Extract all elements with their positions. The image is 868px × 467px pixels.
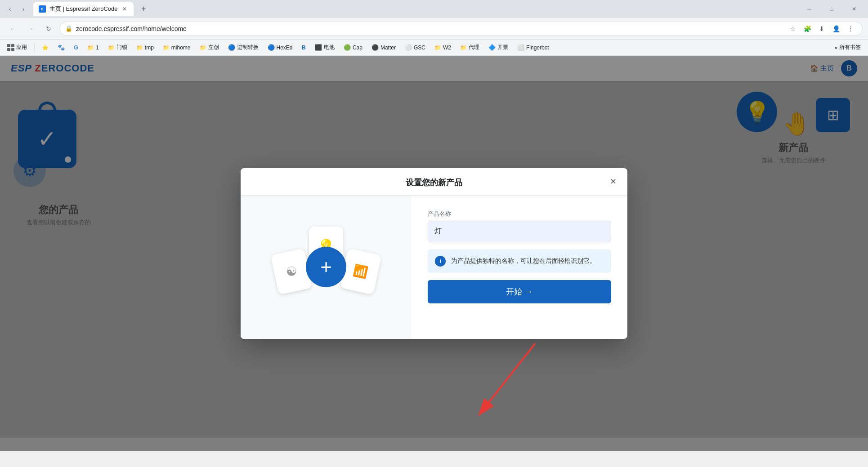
bookmark-maxthon[interactable]: 🐾	[54, 42, 68, 53]
bookmark-proxy-label: 代理	[469, 44, 479, 51]
apps-label: 应用	[16, 44, 27, 51]
folder-icon-3: 📁	[136, 44, 143, 51]
product-icon-wifi-card: 📶	[340, 248, 381, 295]
bookmark-item[interactable]: ⭐	[38, 42, 52, 53]
bookmark-cap[interactable]: 🟢 Cap	[340, 42, 366, 53]
bookmark-w2[interactable]: 📁 W2	[431, 42, 455, 53]
bookmark-proxy[interactable]: 📁 代理	[456, 42, 483, 53]
tab-close-btn[interactable]: ✕	[121, 5, 128, 13]
info-text: 为产品提供独特的名称，可让您在后面轻松识别它。	[451, 257, 596, 265]
bookmark-google[interactable]: G	[70, 42, 82, 53]
active-tab[interactable]: E 主页 | Espressif ZeroCode ✕	[33, 2, 134, 16]
address-bar: ← → ↻ 🔒 zerocode.espressif.com/home/welc…	[0, 18, 868, 40]
bookmark-battery[interactable]: ⬛ 电池	[311, 42, 338, 53]
tab-next-btn[interactable]: ›	[17, 3, 30, 15]
apps-grid-icon	[7, 44, 14, 51]
bookmark-fingerbot[interactable]: ⬜ Fingerbot	[514, 42, 553, 53]
forward-btn[interactable]: →	[23, 22, 38, 36]
info-icon: i	[435, 256, 446, 267]
modal: 设置您的新产品 ✕ 💡 ☯	[241, 168, 627, 339]
all-bookmarks-label: 所有书签	[839, 44, 861, 51]
bookmark-tmp[interactable]: 📁 tmp	[133, 42, 157, 53]
bookmark-converter[interactable]: 🔵 进制转换	[224, 42, 262, 53]
bookmark-doorlock[interactable]: 📁 门锁	[104, 42, 131, 53]
bookmark-icon: ⭐	[42, 44, 49, 51]
download-btn[interactable]: ⬇	[815, 22, 828, 35]
new-tab-btn[interactable]: +	[137, 3, 150, 15]
all-bookmarks-icon: »	[834, 44, 837, 51]
menu-btn[interactable]: ⋮	[844, 22, 857, 35]
bookmark-hexed-label: HexEd	[277, 44, 293, 51]
start-btn[interactable]: 开始 →	[428, 280, 611, 303]
bookmark-folder-1[interactable]: 📁 1	[84, 42, 103, 53]
extensions-btn[interactable]: 🧩	[801, 22, 814, 35]
bookmark-g-icon: G	[74, 44, 78, 51]
link-icon-1: 🔵	[228, 44, 235, 51]
address-text: zerocode.espressif.com/home/welcome	[76, 25, 783, 32]
bookmark-tmp-label: tmp	[145, 44, 154, 51]
bookmark-fingerbot-label: Fingerbot	[526, 44, 549, 51]
bookmark-b[interactable]: B	[298, 42, 309, 53]
modal-header: 设置您的新产品 ✕	[241, 168, 627, 196]
bookmark-mihome[interactable]: 📁 mihome	[159, 42, 194, 53]
link-icon-2: 🔵	[268, 44, 275, 51]
link-icon-3: B	[302, 44, 306, 51]
arrow-annotation	[463, 334, 544, 424]
link-icon-6: ⚫	[371, 44, 379, 51]
bookmark-mihome-label: mihome	[171, 44, 191, 51]
bookmark-gsc[interactable]: ⚪ GSC	[401, 42, 429, 53]
bookmarks-divider	[34, 43, 35, 52]
bookmark-battery-label: 电池	[324, 44, 335, 51]
bookmark-mx-icon: 🐾	[58, 44, 65, 51]
bookmark-invoice[interactable]: 🔷 开票	[485, 42, 512, 53]
folder-icon-2: 📁	[108, 44, 115, 51]
bookmark-w2-label: W2	[443, 44, 451, 51]
folder-icon-7: 📁	[460, 44, 467, 51]
product-name-label: 产品名称	[428, 210, 611, 218]
link-icon-8: 🔷	[488, 44, 496, 51]
tab-title: 主页 | Espressif ZeroCode	[49, 5, 117, 13]
folder-icon-6: 📁	[434, 44, 441, 51]
title-bar: ‹ › E 主页 | Espressif ZeroCode ✕ + ─ □ ✕	[0, 0, 868, 18]
bookmark-star-btn[interactable]: ☆	[787, 22, 799, 35]
folder-icon-4: 📁	[163, 44, 170, 51]
bookmark-converter-label: 进制转换	[237, 44, 259, 51]
bookmark-doorlock-label: 门锁	[116, 44, 127, 51]
product-icons: 💡 ☯ 📶 +	[272, 222, 380, 312]
link-icon-7: ⚪	[405, 44, 412, 51]
product-add-btn[interactable]: +	[306, 247, 346, 287]
maximize-btn[interactable]: □	[821, 2, 842, 16]
address-icons: ☆ 🧩 ⬇ 👤 ⋮	[787, 22, 857, 35]
link-icon-4: ⬛	[315, 44, 322, 51]
bookmark-lichuang-label: 立创	[208, 44, 219, 51]
modal-title: 设置您的新产品	[406, 177, 462, 188]
wifi-icon: 📶	[352, 263, 369, 280]
all-bookmarks-btn[interactable]: » 所有书签	[831, 42, 864, 53]
bookmarks-bar: 应用 ⭐ 🐾 G 📁 1 📁 门锁 📁 tmp 📁 mihome	[0, 40, 868, 56]
svg-line-1	[486, 343, 535, 406]
folder-icon-5: 📁	[200, 44, 206, 51]
modal-right-form: 产品名称 i 为产品提供独特的名称，可让您在后面轻松识别它。 开始 →	[412, 196, 627, 339]
browser-chrome: ‹ › E 主页 | Espressif ZeroCode ✕ + ─ □ ✕ …	[0, 0, 868, 56]
profile-btn[interactable]: 👤	[830, 22, 842, 35]
link-icon-5: 🟢	[344, 44, 351, 51]
tab-prev-btn[interactable]: ‹	[4, 3, 16, 15]
modal-left-deco: 💡 ☯ 📶 +	[241, 196, 412, 339]
bookmark-invoice-label: 开票	[497, 44, 508, 51]
product-name-input[interactable]	[428, 221, 611, 242]
address-input-wrap[interactable]: 🔒 zerocode.espressif.com/home/welcome ☆ …	[59, 22, 863, 36]
touch-icon: ☯	[284, 263, 298, 280]
back-btn[interactable]: ←	[5, 22, 20, 36]
bookmark-hexed[interactable]: 🔵 HexEd	[264, 42, 296, 53]
bookmark-lichuang[interactable]: 📁 立创	[196, 42, 223, 53]
folder-icon: 📁	[87, 44, 94, 51]
apps-btn[interactable]: 应用	[4, 42, 31, 53]
bookmark-matter[interactable]: ⚫ Matter	[368, 42, 399, 53]
minimize-btn[interactable]: ─	[799, 2, 819, 16]
bookmark-cap-label: Cap	[353, 44, 362, 51]
modal-close-btn[interactable]: ✕	[606, 174, 620, 189]
modal-overlay: 设置您的新产品 ✕ 💡 ☯	[0, 56, 868, 451]
close-btn[interactable]: ✕	[844, 2, 864, 16]
refresh-btn[interactable]: ↻	[41, 22, 56, 36]
bookmark-label: 1	[96, 44, 99, 51]
